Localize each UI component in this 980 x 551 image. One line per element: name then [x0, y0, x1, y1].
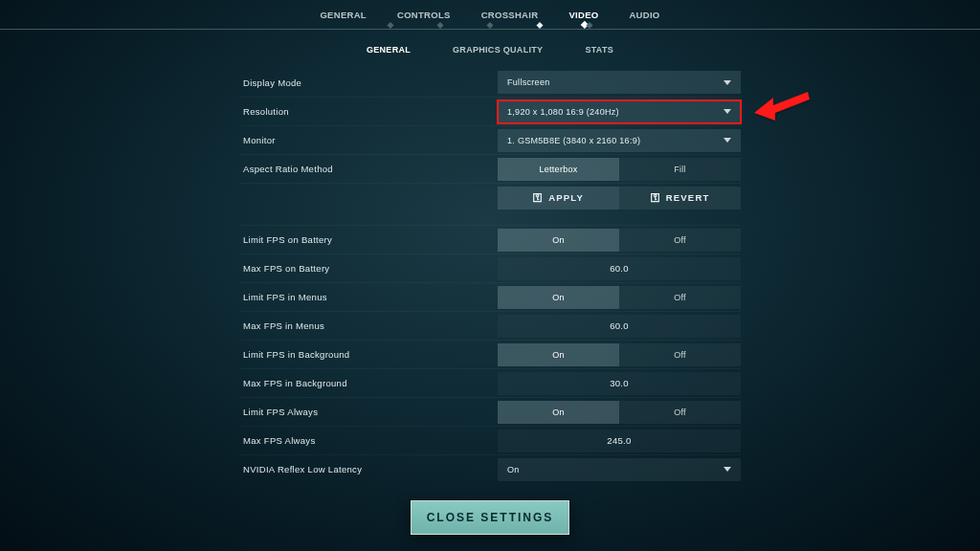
toggle-off[interactable]: Off [619, 401, 741, 424]
tab-general[interactable]: GENERAL [318, 6, 368, 24]
toggle-letterbox[interactable]: Letterbox [498, 158, 619, 181]
row-max-fps-menus: Max FPS in Menus 60.0 [239, 311, 741, 340]
subtab-stats[interactable]: STATS [585, 43, 613, 56]
dropdown-value: On [507, 465, 520, 474]
primary-tab-bar: GENERAL CONTROLS CROSSHAIR VIDEO AUDIO [0, 0, 980, 23]
tab-video[interactable]: VIDEO [567, 6, 600, 24]
annotation-arrow-icon [752, 80, 819, 122]
dropdown-display-mode[interactable]: Fullscreen [498, 71, 741, 94]
row-monitor: Monitor 1. GSM5B8E (3840 x 2160 16:9) [239, 125, 741, 154]
row-max-fps-battery: Max FPS on Battery 60.0 [239, 253, 741, 282]
row-resolution: Resolution 1,920 x 1,080 16:9 (240Hz) [239, 97, 741, 125]
toggle-on[interactable]: On [498, 343, 619, 366]
dropdown-nvidia-reflex[interactable]: On [498, 458, 741, 481]
row-display-mode: Display Mode Fullscreen [239, 68, 741, 97]
lock-icon: ⚿ [533, 192, 544, 203]
chevron-down-icon [724, 467, 731, 472]
row-limit-fps-battery: Limit FPS on Battery On Off [239, 225, 741, 253]
row-apply-revert: ⚿ APPLY ⚿ REVERT [239, 183, 741, 211]
row-limit-fps-menus: Limit FPS in Menus On Off [239, 282, 741, 311]
value-max-fps-background[interactable]: 30.0 [498, 372, 741, 395]
chevron-down-icon [724, 138, 731, 143]
label-resolution: Resolution [243, 106, 498, 117]
secondary-tab-bar: GENERAL GRAPHICS QUALITY STATS [0, 43, 980, 56]
video-settings-panel: Display Mode Fullscreen Resolution 1,920… [239, 68, 741, 483]
toggle-off[interactable]: Off [619, 229, 741, 252]
value-max-fps-always[interactable]: 245.0 [498, 430, 741, 452]
subtab-graphics-quality[interactable]: GRAPHICS QUALITY [453, 43, 543, 56]
value-max-fps-battery[interactable]: 60.0 [498, 257, 741, 280]
dropdown-resolution[interactable]: 1,920 x 1,080 16:9 (240Hz) [498, 100, 741, 123]
subtab-general[interactable]: GENERAL [367, 43, 411, 56]
toggle-on[interactable]: On [498, 286, 619, 309]
row-nvidia-reflex: NVIDIA Reflex Low Latency On [239, 454, 741, 483]
revert-button[interactable]: ⚿ REVERT [619, 187, 741, 209]
chevron-down-icon [724, 80, 731, 85]
section-divider [239, 211, 741, 225]
dropdown-monitor[interactable]: 1. GSM5B8E (3840 x 2160 16:9) [498, 129, 741, 152]
dropdown-value: 1,920 x 1,080 16:9 (240Hz) [507, 107, 619, 117]
toggle-off[interactable]: Off [619, 343, 741, 366]
tab-audio[interactable]: AUDIO [627, 6, 661, 24]
lock-icon: ⚿ [651, 192, 661, 203]
row-limit-fps-background: Limit FPS in Background On Off [239, 340, 741, 368]
toggle-off[interactable]: Off [619, 286, 741, 309]
toggle-fill[interactable]: Fill [619, 158, 741, 181]
close-settings-button[interactable]: CLOSE SETTINGS [411, 500, 569, 535]
chevron-down-icon [724, 109, 731, 114]
toggle-on[interactable]: On [498, 229, 619, 252]
row-aspect-ratio: Aspect Ratio Method Letterbox Fill [239, 154, 741, 183]
dropdown-value: 1. GSM5B8E (3840 x 2160 16:9) [507, 136, 640, 145]
label-display-mode: Display Mode [243, 77, 498, 88]
tab-controls[interactable]: CONTROLS [395, 6, 453, 24]
row-max-fps-always: Max FPS Always 245.0 [239, 426, 741, 454]
tab-crosshair[interactable]: CROSSHAIR [479, 6, 541, 24]
label-aspect-ratio: Aspect Ratio Method [243, 164, 498, 174]
toggle-on[interactable]: On [498, 401, 619, 424]
apply-button[interactable]: ⚿ APPLY [498, 187, 619, 209]
label-monitor: Monitor [243, 135, 498, 145]
value-max-fps-menus[interactable]: 60.0 [498, 315, 741, 338]
row-limit-fps-always: Limit FPS Always On Off [239, 397, 741, 426]
dropdown-value: Fullscreen [507, 77, 550, 87]
row-max-fps-background: Max FPS in Background 30.0 [239, 368, 741, 397]
svg-marker-0 [754, 92, 810, 121]
tab-divider-line [0, 29, 980, 30]
